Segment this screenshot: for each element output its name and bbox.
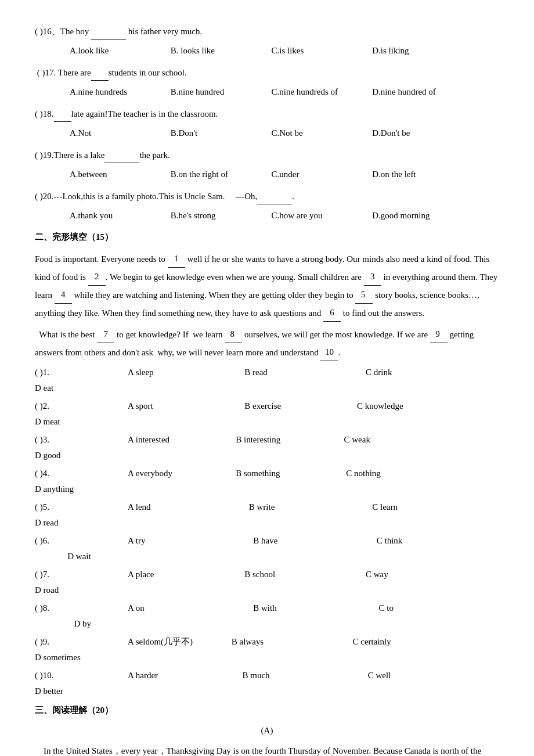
cloze-6-num: ( )6.: [35, 533, 128, 549]
cloze-8-A: A on: [128, 600, 221, 616]
cloze-4-num: ( )4.: [35, 466, 128, 481]
blank-8: 8: [225, 325, 242, 343]
q17-prefix: ( )17. There are students in our school.: [35, 68, 187, 77]
cloze-10-A: A harder: [128, 668, 221, 683]
passage2-text: What is the best 7 to get knowledge? If …: [35, 325, 499, 361]
cloze-5-C: C learn: [372, 499, 465, 515]
q16-optB: B. looks like: [171, 43, 269, 59]
cloze-4-A: A everybody: [128, 466, 221, 481]
cloze-opt-6: ( )6. A try B have C think D wait: [35, 533, 499, 564]
section3-title: 三、阅读理解（20）: [35, 703, 499, 718]
cloze-8-num: ( )8.: [35, 600, 128, 616]
cloze-8-D: D by: [74, 616, 167, 632]
cloze-7-C: C way: [366, 567, 459, 582]
q16-blank: [91, 23, 126, 39]
cloze-opt-5: ( )5. A lend B write C learn D read: [35, 499, 499, 531]
cloze-opt-4: ( )4. A everybody B something C nothing …: [35, 466, 499, 497]
cloze-7-A: A place: [128, 567, 221, 582]
q16-optC: C.is likes: [272, 43, 370, 59]
cloze-4-D: D anything: [35, 481, 128, 497]
q17-blank: [91, 64, 109, 81]
cloze-2-C: C knowledge: [357, 398, 450, 414]
cloze-opt-3: ( )3. A interested B interesting C weak …: [35, 432, 499, 463]
q19-options: A.between B.on the right of C.under D.on…: [70, 167, 499, 182]
q20-optC: C.how are you: [272, 208, 370, 224]
q17-text: ( )17. There are students in our school.: [35, 64, 499, 81]
cloze-2-D: D meat: [35, 414, 128, 430]
cloze-1-num: ( )1.: [35, 365, 128, 380]
question-20: ( )20.---Look,this is a family photo.Thi…: [35, 188, 499, 224]
q16-optD: D.is liking: [372, 43, 471, 59]
blank-6: 6: [323, 304, 341, 322]
blank-4: 4: [55, 286, 72, 304]
q17-options: A.nine hundreds B.nine hundred C.nine hu…: [70, 84, 499, 100]
q19-optD: D.on the left: [372, 167, 471, 182]
q16-prefix: ( )16、The boy his father very much.: [35, 27, 202, 36]
cloze-10-D: D better: [35, 683, 128, 699]
cloze-2-num: ( )2.: [35, 398, 128, 414]
cloze-3-B: B interesting: [236, 432, 329, 448]
q16-options: A.look like B. looks like C.is likes D.i…: [70, 43, 499, 59]
reading-A-title: (A): [35, 723, 499, 739]
cloze-5-num: ( )5.: [35, 499, 128, 515]
cloze-2-A: A sport: [128, 398, 221, 414]
q18-blank: [54, 106, 71, 122]
cloze-9-num: ( )9.: [35, 634, 128, 650]
q19-text: ( )19.There is a lake the park.: [35, 147, 499, 163]
q20-optD: D.good morning: [372, 208, 471, 224]
cloze-7-D: D road: [35, 582, 128, 598]
blank-3: 3: [364, 268, 381, 286]
cloze-10-C: C well: [368, 668, 461, 683]
cloze-opt-1: ( )1.A sleep B read C drink D eat: [35, 365, 499, 396]
q18-optB: B.Don't: [171, 125, 269, 141]
cloze-6-D: D wait: [67, 549, 160, 564]
cloze-8-C: C to: [379, 600, 472, 616]
cloze-options-container: ( )1.A sleep B read C drink D eat ( )2.A…: [35, 365, 499, 699]
q19-prefix: ( )19.There is a lake the park.: [35, 150, 170, 160]
blank-2: 2: [88, 268, 106, 286]
q19-blank: [104, 147, 139, 163]
cloze-3-D: D good: [35, 448, 128, 463]
cloze-opt-10: ( )10. A harder B much C well D better: [35, 668, 499, 699]
question-16: ( )16、The boy his father very much. A.lo…: [35, 23, 499, 59]
cloze-3-A: A interested: [128, 432, 221, 448]
q19-optC: C.under: [272, 167, 370, 182]
q20-optA: A.thank you: [70, 208, 168, 224]
q20-prefix: ( )20.---Look,this is a family photo.Thi…: [35, 192, 294, 201]
cloze-6-C: C think: [377, 533, 470, 549]
blank-9: 9: [430, 325, 448, 343]
blank-5: 5: [355, 286, 373, 304]
cloze-4-C: C nothing: [346, 466, 439, 481]
cloze-opt-8: ( )8. A on B with C to D by: [35, 600, 499, 632]
cloze-9-C: C certainly: [353, 634, 446, 650]
cloze-9-B: B always: [232, 634, 324, 650]
q16-optA: A.look like: [70, 43, 168, 59]
q18-prefix: ( )18. late again!The teacher is in the …: [35, 109, 218, 118]
q20-optB: B.he's strong: [171, 208, 269, 224]
cloze-opt-9: ( )9. A seldom(几乎不) B always C certainly…: [35, 634, 499, 665]
question-17: ( )17. There are students in our school.…: [35, 64, 499, 100]
q18-optD: D.Don't be: [372, 125, 471, 141]
q17-optC: C.nine hundreds of: [272, 84, 370, 100]
cloze-5-D: D read: [35, 515, 128, 531]
cloze-10-B: B much: [243, 668, 335, 683]
reading-A-para1: In the United States，every year，Thanksgi…: [35, 742, 499, 756]
question-18: ( )18. late again!The teacher is in the …: [35, 106, 499, 141]
cloze-2-B: B exercise: [244, 398, 337, 414]
cloze-4-B: B something: [236, 466, 329, 481]
q20-blank: [257, 188, 292, 204]
cloze-opt-7: ( )7. A place B school C way D road: [35, 567, 499, 598]
q20-options: A.thank you B.he's strong C.how are you …: [70, 208, 499, 224]
cloze-9-A: A seldom(几乎不): [128, 634, 221, 650]
cloze-5-B: B write: [249, 499, 342, 515]
q18-optC: C.Not be: [272, 125, 370, 141]
blank-7: 7: [97, 325, 114, 343]
section2-title: 二、完形填空（15）: [35, 229, 499, 245]
q16-text: ( )16、The boy his father very much.: [35, 23, 499, 39]
q17-optB: B.nine hundred: [171, 84, 269, 100]
cloze-10-num: ( )10.: [35, 668, 128, 683]
cloze-1-C: C drink: [366, 365, 459, 380]
q17-optD: D.nine hundred of: [372, 84, 471, 100]
q20-text: ( )20.---Look,this is a family photo.Thi…: [35, 188, 499, 204]
cloze-9-D: D sometimes: [35, 650, 128, 665]
